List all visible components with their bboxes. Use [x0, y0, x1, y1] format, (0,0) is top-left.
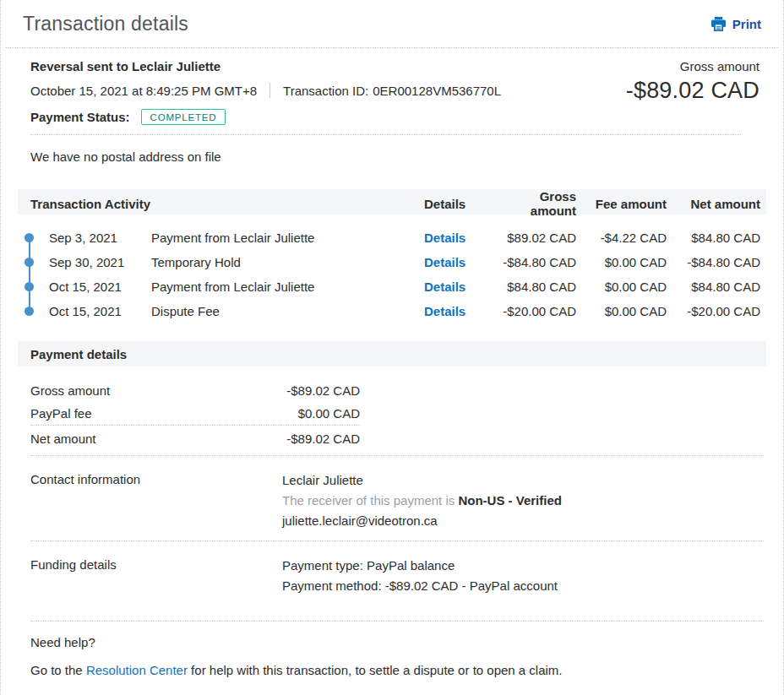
- timeline-dot: [24, 282, 34, 291]
- receiver-note: The receiver of this payment is Non-US -…: [282, 492, 562, 508]
- postal-note: We have no postal address on file: [1, 135, 783, 164]
- activity-row: Sep 30, 2021 Temporary Hold Details -$84…: [18, 250, 760, 274]
- details-link[interactable]: Details: [424, 255, 466, 269]
- gross-amount-cell: -$20.00 CAD: [492, 304, 576, 318]
- receiver-status: Non-US - Verified: [458, 493, 562, 508]
- net-amount-cell: $84.80 CAD: [667, 231, 760, 245]
- payment-details-title: Payment details: [30, 347, 760, 361]
- transaction-id-value: 0ER00128VM536770L: [373, 84, 501, 98]
- details-link[interactable]: Details: [424, 304, 466, 318]
- timeline-dot: [24, 307, 34, 316]
- gross-amount-cell: $84.80 CAD: [492, 280, 576, 294]
- summary-section: Reversal sent to Leclair Juliette Octobe…: [1, 48, 783, 135]
- pd-net-value: -$89.02 CAD: [286, 432, 360, 446]
- pd-fee-label: PayPal fee: [30, 406, 92, 421]
- activity-description: Dispute Fee: [151, 304, 424, 318]
- page-header: Transaction details Print: [1, 0, 783, 47]
- timeline-dot: [24, 258, 34, 267]
- gross-amount-cell: $89.02 CAD: [492, 231, 576, 245]
- pd-fee-value: $0.00 CAD: [298, 406, 360, 421]
- help-text: Go to the Resolution Center for help wit…: [30, 663, 760, 677]
- funding-payment-type: Payment type: PayPal balance: [282, 557, 558, 573]
- pd-gross-value: -$89.02 CAD: [286, 383, 360, 398]
- activity-date: Sep 30, 2021: [49, 255, 151, 269]
- activity-date: Oct 15, 2021: [49, 304, 151, 318]
- timeline-line: [29, 237, 30, 312]
- pd-net-label: Net amount: [30, 432, 96, 446]
- fee-amount-cell: -$4.22 CAD: [576, 231, 667, 245]
- details-link[interactable]: Details: [424, 231, 466, 245]
- activity-date: Oct 15, 2021: [49, 280, 151, 294]
- help-section: Need help? Go to the Resolution Center f…: [1, 622, 783, 677]
- col-header-details: Details: [424, 197, 492, 211]
- activity-row: Oct 15, 2021 Payment from Leclair Juliet…: [18, 274, 760, 299]
- payment-details-rows: Gross amount -$89.02 CAD PayPal fee $0.0…: [1, 367, 783, 456]
- fee-amount-cell: $0.00 CAD: [576, 304, 667, 318]
- resolution-center-link[interactable]: Resolution Center: [86, 663, 188, 677]
- printer-icon: [710, 17, 727, 31]
- help-text-prefix: Go to the: [30, 663, 86, 677]
- funding-content: Payment type: PayPal balance Payment met…: [282, 557, 558, 598]
- payment-status-label: Payment Status:: [30, 110, 130, 124]
- gross-amount-block: Gross amount -$89.02 CAD: [626, 59, 760, 104]
- pd-gross-label: Gross amount: [30, 383, 110, 398]
- activity-description: Temporary Hold: [151, 255, 424, 269]
- print-label: Print: [732, 17, 761, 31]
- net-amount-cell: -$20.00 CAD: [667, 304, 760, 318]
- funding-payment-method: Payment method: -$89.02 CAD - PayPal acc…: [282, 578, 558, 594]
- fee-amount-cell: $0.00 CAD: [576, 280, 667, 294]
- print-button[interactable]: Print: [710, 17, 761, 31]
- contact-email: juliette.leclair@videotron.ca: [282, 513, 562, 529]
- activity-description: Payment from Leclair Juliette: [151, 231, 424, 245]
- gross-amount-label: Gross amount: [626, 59, 760, 73]
- activity-row: Sep 3, 2021 Payment from Leclair Juliett…: [18, 225, 760, 250]
- col-header-fee: Fee amount: [576, 197, 667, 211]
- activity-section-title: Transaction Activity: [30, 197, 424, 211]
- gross-amount-value: -$89.02 CAD: [626, 78, 760, 104]
- contact-label: Contact information: [30, 472, 282, 533]
- fee-amount-cell: $0.00 CAD: [576, 255, 667, 269]
- col-header-gross: Gross amount: [492, 189, 576, 218]
- payment-detail-row: Gross amount -$89.02 CAD: [30, 379, 360, 402]
- transaction-date: October 15, 2021 at 8:49:25 PM GMT+8: [30, 84, 257, 98]
- activity-date: Sep 3, 2021: [49, 231, 151, 245]
- divider: [30, 134, 741, 135]
- col-header-net: Net amount: [667, 197, 760, 211]
- activity-row: Oct 15, 2021 Dispute Fee Details -$20.00…: [18, 299, 760, 323]
- contact-section: Contact information Leclair Juliette The…: [1, 456, 783, 533]
- page-title: Transaction details: [23, 13, 188, 35]
- net-amount-cell: $84.80 CAD: [667, 280, 760, 294]
- activity-header-band: Transaction Activity Details Gross amoun…: [18, 189, 766, 214]
- payment-status-row: Payment Status: COMPLETED: [30, 107, 760, 126]
- receiver-note-prefix: The receiver of this payment is: [282, 493, 458, 508]
- contact-name: Leclair Juliette: [282, 472, 562, 488]
- transaction-details-page: Transaction details Print Reversal sent …: [0, 0, 784, 695]
- contact-content: Leclair Juliette The receiver of this pa…: [282, 472, 562, 533]
- timeline-dot: [24, 233, 34, 242]
- activity-rows: Sep 3, 2021 Payment from Leclair Juliett…: [1, 214, 783, 341]
- status-badge: COMPLETED: [141, 109, 226, 125]
- payment-detail-row: PayPal fee $0.00 CAD: [30, 402, 360, 425]
- funding-label: Funding details: [30, 557, 282, 598]
- transaction-id-label: Transaction ID:: [283, 84, 368, 98]
- vertical-separator: [270, 83, 270, 98]
- help-text-suffix: for help with this transaction, to settl…: [188, 663, 563, 677]
- details-link[interactable]: Details: [424, 280, 466, 294]
- payment-details-band: Payment details: [18, 341, 766, 367]
- activity-description: Payment from Leclair Juliette: [151, 280, 424, 294]
- help-heading: Need help?: [30, 635, 760, 649]
- net-amount-cell: -$84.80 CAD: [667, 255, 760, 269]
- payment-detail-net-row: Net amount -$89.02 CAD: [30, 426, 360, 451]
- funding-section: Funding details Payment type: PayPal bal…: [1, 541, 783, 598]
- gross-amount-cell: -$84.80 CAD: [492, 255, 576, 269]
